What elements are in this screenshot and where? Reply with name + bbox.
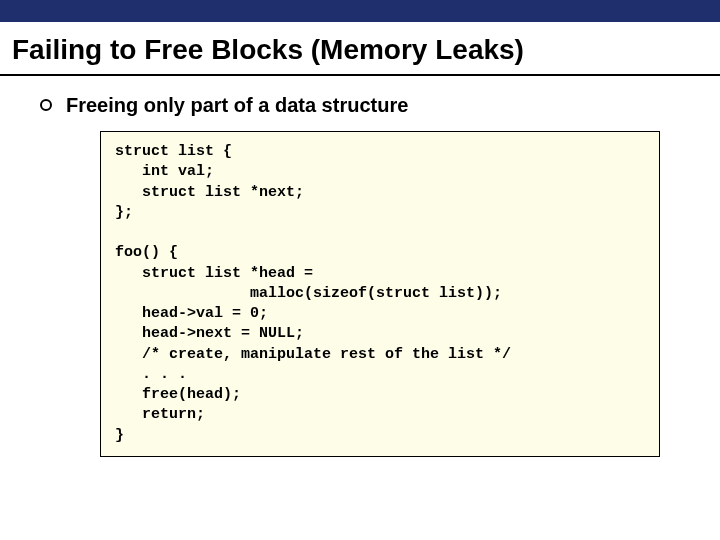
- slide-content: Freeing only part of a data structure st…: [0, 94, 720, 457]
- slide-title: Failing to Free Blocks (Memory Leaks): [0, 22, 720, 76]
- circle-bullet-icon: [40, 99, 52, 111]
- bullet-text: Freeing only part of a data structure: [66, 94, 408, 117]
- header-bar: [0, 0, 720, 22]
- bullet-item: Freeing only part of a data structure: [40, 94, 690, 117]
- code-block: struct list { int val; struct list *next…: [100, 131, 660, 457]
